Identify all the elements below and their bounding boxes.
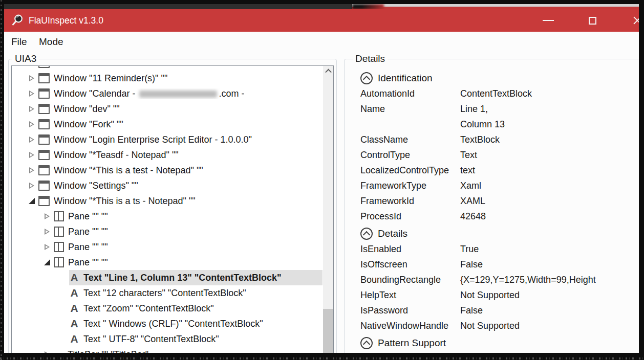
pane-icon — [54, 211, 64, 221]
tree-row-text-zoom[interactable]: Text "Zoom" "ContentTextBlock" — [12, 301, 323, 316]
tree-row-text-windows-crlf[interactable]: Text " Windows (CRLF)" "ContentTextBlock… — [12, 316, 323, 331]
minimize-button[interactable] — [536, 9, 560, 32]
window-icon — [38, 165, 50, 175]
text-icon — [69, 302, 79, 314]
tree-row-text-utf8[interactable]: Text " UTF-8" "ContentTextBlock" — [12, 331, 323, 347]
identification-section-toggle[interactable]: Identification — [360, 71, 639, 86]
window-icon — [38, 73, 50, 83]
window-icon — [38, 104, 50, 114]
close-icon — [633, 16, 639, 25]
element-tree: Window "11 Reminder(s)" "" Window "Calen… — [11, 65, 334, 353]
details-section-toggle[interactable]: Details — [360, 226, 639, 241]
scrollbar-thumb[interactable] — [323, 309, 333, 353]
maximize-button[interactable] — [581, 9, 604, 32]
menu-mode[interactable]: Mode — [36, 32, 67, 51]
expander-collapsed-icon[interactable] — [27, 101, 38, 117]
identification-properties: AutomationIdContentTextBlock NameLine 1,… — [360, 86, 639, 224]
flauinspect-window: FlaUInspect v1.3.0 File Mode UIA3 — [4, 9, 639, 353]
tree-row-window-login-enterprise[interactable]: Window "Login Enterprise Script Editor -… — [12, 132, 323, 147]
window-icon — [38, 150, 50, 160]
expander-collapsed-icon[interactable] — [27, 163, 38, 178]
minimize-icon — [543, 20, 554, 21]
details-properties: IsEnabledTrue IsOffscreenFalse BoundingR… — [360, 241, 639, 333]
details-content: Identification AutomationIdContentTextBl… — [345, 59, 639, 351]
expander-expanded-icon[interactable] — [42, 255, 54, 270]
text-icon — [69, 287, 79, 299]
pane-icon — [54, 242, 64, 252]
window-icon — [38, 196, 50, 206]
tree-row-pane-3[interactable]: Pane "" "" — [12, 239, 323, 255]
tree-rows: Window "11 Reminder(s)" "" Window "Calen… — [12, 65, 323, 353]
expander-collapsed-icon[interactable] — [27, 71, 38, 86]
tree-row-text-line1-column13-selected[interactable]: Text "Line 1, Column 13" "ContentTextBlo… — [12, 270, 323, 285]
tree-row-window-teasdf[interactable]: Window "*Teasdf - Notepad" "" — [12, 147, 323, 163]
text-icon — [69, 333, 79, 345]
details-groupbox: Details Identification AutomationIdConte… — [344, 59, 639, 353]
window-icon — [38, 65, 50, 68]
expander-collapsed-icon[interactable] — [27, 178, 38, 193]
tree-row-titlebar[interactable]: TitleBar "" "TitleBar" — [12, 347, 323, 353]
chevron-up-icon — [325, 69, 332, 75]
window-title: FlaUInspect v1.3.0 — [29, 9, 103, 32]
tree-scrollbar[interactable] — [323, 66, 333, 353]
tree-row-pane-4[interactable]: Pane "" "" — [12, 255, 323, 270]
expander-collapsed-icon[interactable] — [42, 239, 54, 255]
pane-icon — [54, 227, 64, 237]
pane-icon — [54, 257, 64, 267]
text-icon — [69, 318, 79, 330]
window-icon — [38, 134, 50, 145]
menu-file[interactable]: File — [8, 32, 30, 51]
tree-row-window-this-is-a-test[interactable]: Window "*This is a test - Notepad" "" — [12, 163, 323, 178]
blurred-background-element — [352, 4, 384, 9]
redacted-email — [139, 91, 217, 98]
tree-row-window-fork[interactable]: Window "Fork" "" — [12, 117, 323, 132]
tree-row-window-dev[interactable]: Window "dev" "" — [12, 101, 323, 117]
frame-noise-left — [1, 0, 2, 360]
screenshot-frame: FlaUInspect v1.3.0 File Mode UIA3 — [0, 0, 644, 360]
window-icon — [38, 88, 50, 99]
expander-collapsed-icon[interactable] — [42, 224, 54, 239]
tree-row-partial[interactable] — [12, 65, 323, 71]
expander-collapsed-icon[interactable] — [27, 147, 38, 163]
expander-collapsed-icon[interactable] — [27, 132, 38, 147]
expander-collapsed-icon[interactable] — [27, 86, 38, 101]
background-window-sliver — [4, 4, 639, 9]
chevron-up-circle-icon — [360, 228, 373, 240]
chevron-up-circle-icon — [360, 72, 373, 84]
tree-row-pane-2[interactable]: Pane "" "" — [12, 224, 323, 239]
expander-collapsed-icon[interactable] — [27, 117, 38, 132]
selected-row-highlight: Text "Line 1, Column 13" "ContentTextBlo… — [69, 270, 323, 285]
frame-noise-bottom — [0, 357, 644, 359]
uia3-group-label: UIA3 — [12, 53, 39, 64]
tree-row-window-this-is-a-ts[interactable]: Window "*This is a ts - Notepad" "" — [12, 193, 323, 209]
magnifier-app-icon — [11, 14, 24, 27]
tree-row-window-11-reminders[interactable]: Window "11 Reminder(s)" "" — [12, 71, 323, 86]
chevron-up-circle-icon — [360, 337, 373, 349]
window-icon — [38, 119, 50, 129]
window-icon — [38, 181, 50, 191]
expander-collapsed-icon[interactable] — [42, 209, 54, 224]
pattern-support-section-toggle[interactable]: Pattern Support — [360, 335, 639, 351]
text-icon — [69, 272, 79, 284]
tree-row-window-settings[interactable]: Window "Settings" "" — [12, 178, 323, 193]
scroll-up-button[interactable] — [323, 66, 333, 76]
titlebar[interactable]: FlaUInspect v1.3.0 — [4, 9, 639, 32]
expander-expanded-icon[interactable] — [27, 193, 38, 209]
tree-row-text-12-characters[interactable]: Text "12 characters" "ContentTextBlock" — [12, 285, 323, 301]
maximize-icon — [589, 17, 596, 25]
tree-row-window-calendar[interactable]: Window "Calendar - .com - — [12, 86, 323, 101]
close-button[interactable] — [626, 9, 639, 32]
tree-row-pane-1[interactable]: Pane "" "" — [12, 209, 323, 224]
menu-bar: File Mode — [4, 32, 639, 51]
expander-collapsed-icon[interactable] — [42, 347, 54, 353]
